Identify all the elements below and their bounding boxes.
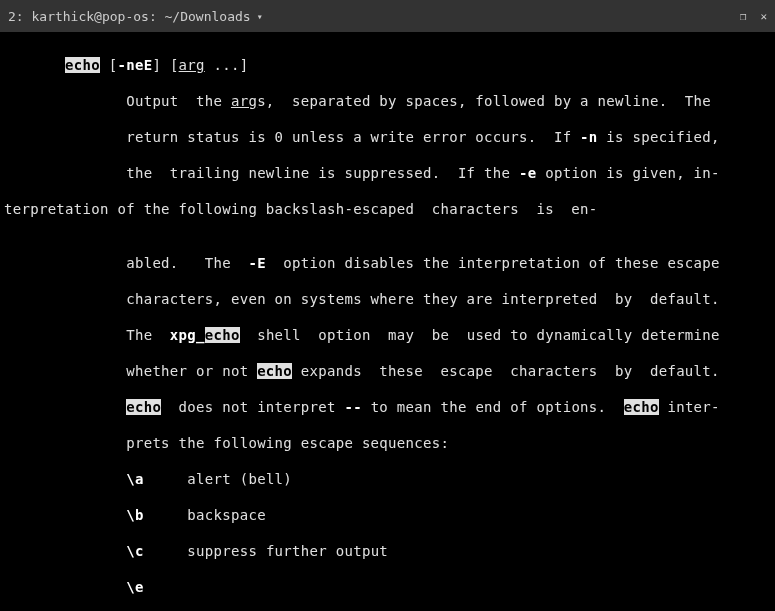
window-controls: ❐ ✕ [740,10,767,23]
seq-line: \a alert (bell) [4,470,771,488]
desc-line: abled. The -E option disables the interp… [4,254,771,272]
synopsis-line: echo [-neE] [arg ...] [4,56,771,74]
opt-E-cap: -E [248,255,265,271]
terminal-output[interactable]: echo [-neE] [arg ...] Output the args, s… [0,32,775,611]
dropdown-icon[interactable]: ▾ [257,11,263,22]
desc-line: echo does not interpret -- to mean the e… [4,398,771,416]
title-left: 2: karthick@pop-os: ~/Downloads ▾ [8,9,263,24]
opt-e: -e [519,165,536,181]
window-title: 2: karthick@pop-os: ~/Downloads [8,9,251,24]
desc-line: prets the following escape sequences: [4,434,771,452]
close-button[interactable]: ✕ [760,10,767,23]
desc-line: return status is 0 unless a write error … [4,128,771,146]
seq-line: \e [4,578,771,596]
desc-line: terpretation of the following backslash-… [4,200,771,218]
seq-line: \c suppress further output [4,542,771,560]
desc-line: the trailing newline is suppressed. If t… [4,164,771,182]
desc-line: Output the args, separated by spaces, fo… [4,92,771,110]
desc-line: The xpg_echo shell option may be used to… [4,326,771,344]
seq-line: \b backspace [4,506,771,524]
titlebar: 2: karthick@pop-os: ~/Downloads ▾ ❐ ✕ [0,0,775,32]
desc-line: characters, even on systems where they a… [4,290,771,308]
cmd-echo: echo [65,57,100,73]
opt-neE: -neE [118,57,153,73]
arg-text: arg [179,57,205,73]
maximize-button[interactable]: ❐ [740,10,747,23]
opt-n: -n [580,129,597,145]
desc-line: whether or not echo expands these escape… [4,362,771,380]
